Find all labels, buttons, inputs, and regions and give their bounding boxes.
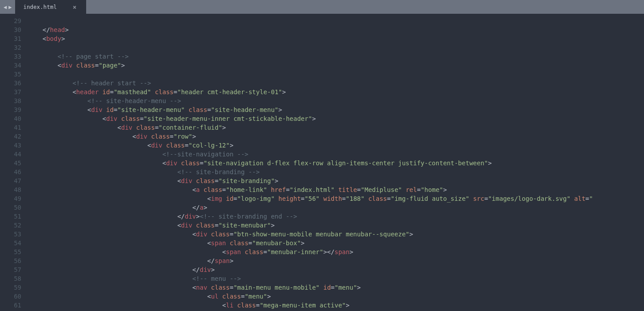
close-icon[interactable]: × bbox=[73, 4, 76, 11]
line-number: 49 bbox=[0, 194, 21, 203]
code-line[interactable]: <div class="btn-show-menu-mobile menubar… bbox=[28, 230, 644, 239]
code-line[interactable]: </div> bbox=[28, 265, 644, 274]
line-number: 59 bbox=[0, 283, 21, 292]
line-number: 61 bbox=[0, 301, 21, 310]
line-number: 50 bbox=[0, 203, 21, 212]
line-number: 51 bbox=[0, 212, 21, 221]
code-line[interactable]: <ul class="menu"> bbox=[28, 292, 644, 301]
tab-index-html[interactable]: index.html × bbox=[15, 0, 86, 14]
code-area[interactable]: </head> <body> <!-- page start --> <div … bbox=[28, 14, 644, 311]
code-line[interactable]: <!-- menu --> bbox=[28, 274, 644, 283]
code-line[interactable]: </div><!-- site-branding end --> bbox=[28, 212, 644, 221]
code-line[interactable]: <header id="masthead" class="header cmt-… bbox=[28, 88, 644, 96]
line-number: 33 bbox=[0, 52, 21, 61]
code-line[interactable]: <a class="home-link" href="index.html" t… bbox=[28, 185, 644, 194]
line-number: 29 bbox=[0, 16, 21, 25]
line-number: 37 bbox=[0, 88, 21, 96]
code-line[interactable]: <!--site-navigation --> bbox=[28, 150, 644, 159]
editor: 2930313233343536373839404142434445464748… bbox=[0, 14, 644, 311]
code-line[interactable]: <span class="menubar-inner"></span> bbox=[28, 247, 644, 256]
line-number: 39 bbox=[0, 105, 21, 114]
code-line[interactable]: <!-- page start --> bbox=[28, 52, 644, 61]
code-line[interactable]: </head> bbox=[28, 25, 644, 34]
line-number: 31 bbox=[0, 34, 21, 43]
line-number: 35 bbox=[0, 70, 21, 79]
tab-bar: ◀ ▶ index.html × bbox=[0, 0, 644, 14]
line-number: 38 bbox=[0, 96, 21, 105]
line-number: 42 bbox=[0, 132, 21, 141]
line-number: 47 bbox=[0, 176, 21, 185]
line-number: 43 bbox=[0, 141, 21, 150]
code-line[interactable]: <div class="container-fluid"> bbox=[28, 123, 644, 132]
line-number: 52 bbox=[0, 221, 21, 230]
line-number: 40 bbox=[0, 114, 21, 123]
code-line[interactable]: <img id="logo-img" height="56" width="18… bbox=[28, 194, 644, 203]
code-line[interactable]: <div class="site-menubar"> bbox=[28, 221, 644, 230]
code-line[interactable]: <div class="row"> bbox=[28, 132, 644, 141]
code-line[interactable]: <li class="mega-menu-item active"> bbox=[28, 301, 644, 310]
code-line[interactable]: <div id="site-header-menu" class="site-h… bbox=[28, 105, 644, 114]
line-number: 48 bbox=[0, 185, 21, 194]
code-line[interactable]: <div class="site-header-menu-inner cmt-s… bbox=[28, 114, 644, 123]
tab-title: index.html bbox=[23, 4, 56, 10]
line-number: 44 bbox=[0, 150, 21, 159]
line-number: 41 bbox=[0, 123, 21, 132]
code-line[interactable] bbox=[28, 43, 644, 52]
code-line[interactable]: <!-- site-header-menu --> bbox=[28, 96, 644, 105]
code-line[interactable] bbox=[28, 16, 644, 25]
code-line[interactable]: <div class="page"> bbox=[28, 61, 644, 70]
code-line[interactable]: <body> bbox=[28, 34, 644, 43]
code-line[interactable]: <div class="site-branding"> bbox=[28, 176, 644, 185]
line-number: 54 bbox=[0, 239, 21, 247]
code-line[interactable] bbox=[28, 70, 644, 79]
code-line[interactable]: <!-- site-branding --> bbox=[28, 167, 644, 176]
code-line[interactable]: <nav class="main-menu menu-mobile" id="m… bbox=[28, 283, 644, 292]
line-number: 56 bbox=[0, 256, 21, 265]
line-number: 57 bbox=[0, 265, 21, 274]
code-line[interactable]: </a> bbox=[28, 203, 644, 212]
line-number: 53 bbox=[0, 230, 21, 239]
nav-back-icon[interactable]: ◀ bbox=[3, 4, 8, 10]
code-line[interactable]: <div class="site-navigation d-flex flex-… bbox=[28, 159, 644, 167]
nav-forward-icon[interactable]: ▶ bbox=[8, 4, 12, 10]
code-line[interactable]: </span> bbox=[28, 256, 644, 265]
code-line[interactable]: <!-- header start --> bbox=[28, 79, 644, 88]
line-number: 55 bbox=[0, 247, 21, 256]
nav-arrows: ◀ ▶ bbox=[0, 0, 15, 14]
line-number: 46 bbox=[0, 167, 21, 176]
line-number: 58 bbox=[0, 274, 21, 283]
line-number: 60 bbox=[0, 292, 21, 301]
line-number: 32 bbox=[0, 43, 21, 52]
code-line[interactable]: <span class="menubar-box"> bbox=[28, 239, 644, 247]
code-line[interactable]: <div class="col-lg-12"> bbox=[28, 141, 644, 150]
line-number: 45 bbox=[0, 159, 21, 167]
line-number: 36 bbox=[0, 79, 21, 88]
line-number-gutter: 2930313233343536373839404142434445464748… bbox=[0, 14, 28, 311]
line-number: 34 bbox=[0, 61, 21, 70]
line-number: 30 bbox=[0, 25, 21, 34]
